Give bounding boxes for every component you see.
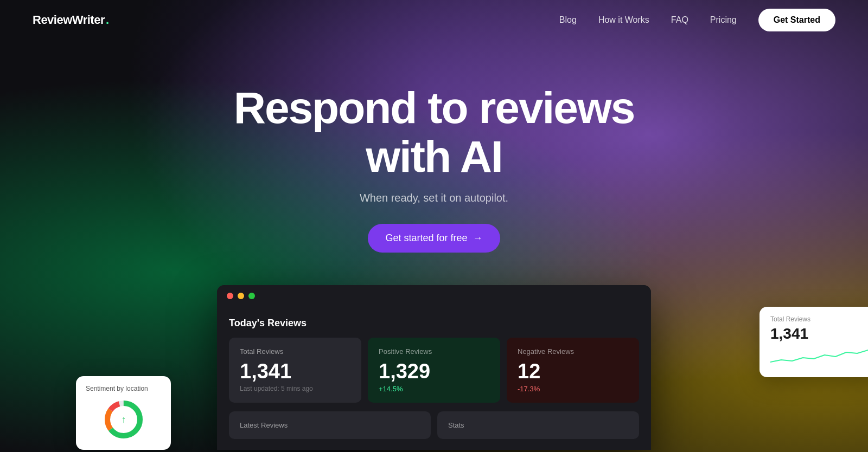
dashboard-section-title: Today's Reviews <box>229 318 639 329</box>
stat-meta-total: Last updated: 5 mins ago <box>240 385 350 392</box>
stat-label-total: Total Reviews <box>240 347 350 356</box>
get-started-button[interactable]: Get Started <box>758 9 835 31</box>
nav-link-how-it-works[interactable]: How it Works <box>598 15 649 25</box>
traffic-dot-green <box>248 293 255 299</box>
stat-label-positive: Positive Reviews <box>379 347 489 356</box>
bottom-card-latest-reviews: Latest Reviews <box>229 411 431 439</box>
dashboard-wrapper: Total Reviews 1,341 Today's Reviews <box>0 285 868 450</box>
stat-card-positive: Positive Reviews 1,329 +14.5% <box>368 338 500 403</box>
hero-cta-label: Get started for free <box>385 233 467 244</box>
sentiment-chart: ↑ <box>86 398 161 441</box>
window-titlebar <box>217 285 651 307</box>
floating-total-reviews-card: Total Reviews 1,341 <box>760 307 868 377</box>
logo[interactable]: ReviewWriter . <box>33 13 109 27</box>
hero-title: Respond to reviews with AI <box>212 83 656 181</box>
bottom-row: Latest Reviews Stats <box>229 411 639 439</box>
navbar: ReviewWriter . Blog How it Works FAQ Pri… <box>0 0 868 40</box>
floating-card-value: 1,341 <box>770 325 868 343</box>
stat-value-total: 1,341 <box>240 361 350 382</box>
traffic-dot-yellow <box>238 293 244 299</box>
stat-label-negative: Negative Reviews <box>518 347 628 356</box>
svg-text:↑: ↑ <box>121 414 126 425</box>
nav-links: Blog How it Works FAQ Pricing Get Starte… <box>559 9 835 31</box>
mini-chart <box>770 347 868 366</box>
traffic-dot-red <box>227 293 233 299</box>
hero-section: Respond to reviews with AI When ready, s… <box>0 40 868 253</box>
hero-subtitle: When ready, set it on autopilot. <box>0 192 868 204</box>
sentiment-by-location-card: Sentiment by location ↑ <box>76 376 171 450</box>
floating-card-label: Total Reviews <box>770 315 868 323</box>
dashboard-window: Today's Reviews Total Reviews 1,341 Last… <box>217 285 651 450</box>
stat-card-total: Total Reviews 1,341 Last updated: 5 mins… <box>229 338 361 403</box>
logo-dot: . <box>106 13 109 27</box>
bottom-card-stats: Stats <box>437 411 639 439</box>
latest-reviews-label: Latest Reviews <box>240 421 420 429</box>
sentiment-label: Sentiment by location <box>86 385 161 392</box>
hero-cta-button[interactable]: Get started for free → <box>368 224 500 253</box>
hero-cta-arrow: → <box>473 233 483 244</box>
nav-link-faq[interactable]: FAQ <box>671 15 688 25</box>
stats-label: Stats <box>448 421 628 429</box>
dashboard-body: Today's Reviews Total Reviews 1,341 Last… <box>217 307 651 450</box>
logo-text: ReviewWriter <box>33 13 105 27</box>
stat-value-positive: 1,329 <box>379 361 489 382</box>
stat-card-negative: Negative Reviews 12 -17.3% <box>507 338 639 403</box>
stat-change-positive: +14.5% <box>379 385 489 393</box>
nav-link-blog[interactable]: Blog <box>559 15 577 25</box>
nav-link-pricing[interactable]: Pricing <box>710 15 737 25</box>
stats-row: Total Reviews 1,341 Last updated: 5 mins… <box>229 338 639 403</box>
stat-change-negative: -17.3% <box>518 385 628 393</box>
stat-value-negative: 12 <box>518 361 628 382</box>
